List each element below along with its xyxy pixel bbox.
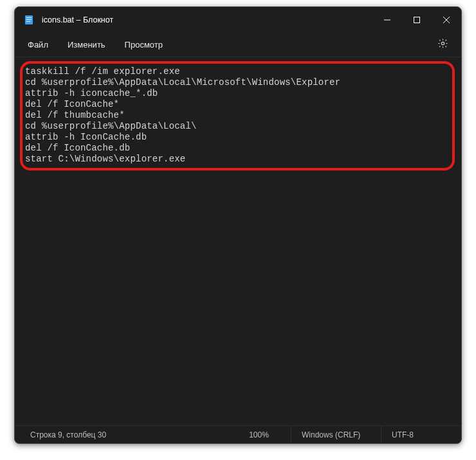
status-line-endings: Windows (CRLF) — [291, 426, 381, 443]
status-cursor: Строка 9, столбец 30 — [15, 426, 227, 443]
menu-view[interactable]: Просмотр — [117, 36, 170, 53]
svg-rect-1 — [26, 17, 32, 18]
svg-rect-2 — [26, 19, 32, 20]
notepad-window: icons.bat – Блокнот Файл Изменить Просмо… — [14, 6, 462, 444]
svg-rect-5 — [414, 17, 420, 23]
statusbar: Строка 9, столбец 30 100% Windows (CRLF)… — [15, 425, 461, 443]
svg-rect-3 — [26, 21, 30, 22]
titlebar[interactable]: icons.bat – Блокнот — [15, 7, 461, 33]
window-controls — [372, 7, 461, 33]
text-editor[interactable]: taskkill /f /im explorer.exe cd %userpro… — [15, 57, 461, 425]
notepad-icon — [24, 15, 34, 25]
settings-button[interactable] — [432, 34, 453, 56]
status-encoding: UTF-8 — [381, 426, 461, 443]
editor-area: taskkill /f /im explorer.exe cd %userpro… — [15, 57, 461, 425]
gear-icon — [437, 38, 448, 51]
close-button[interactable] — [432, 7, 461, 33]
menubar: Файл Изменить Просмотр — [15, 33, 461, 57]
window-title: icons.bat – Блокнот — [42, 15, 113, 24]
status-zoom[interactable]: 100% — [227, 426, 291, 443]
minimize-button[interactable] — [372, 7, 402, 33]
svg-point-8 — [441, 42, 444, 44]
menu-file[interactable]: Файл — [20, 36, 56, 53]
maximize-button[interactable] — [402, 7, 432, 33]
menu-edit[interactable]: Изменить — [60, 36, 113, 53]
